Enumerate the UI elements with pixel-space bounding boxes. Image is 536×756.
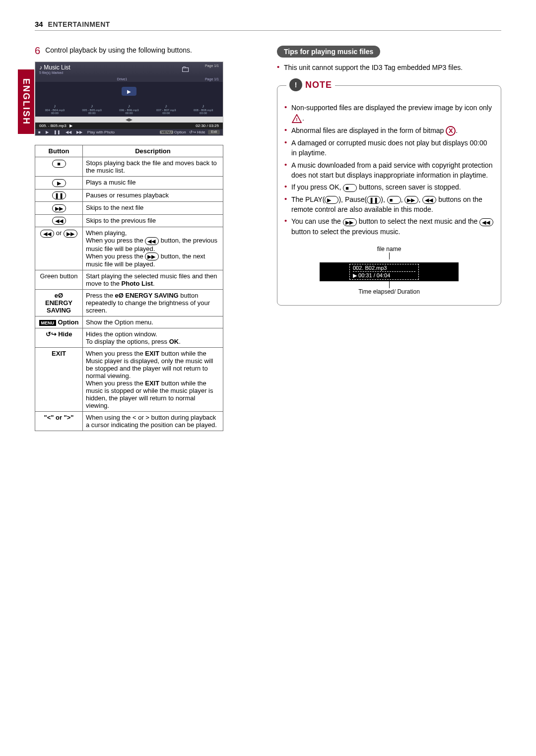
prev-button-icon: ◀◀ [422, 196, 436, 204]
table-row: ▶Plays a music file [35, 177, 223, 189]
note-item: A music downloaded from a paid service w… [284, 160, 494, 181]
pause-button-icon: ❚❚ [367, 196, 381, 204]
stop-button-icon: ■ [343, 184, 357, 192]
step-text: Control playback by using the following … [45, 46, 192, 56]
shot-subtitle: 5 file(s) Marked [39, 71, 70, 74]
prev-button-icon: ◀◀ [40, 230, 54, 238]
table-row: MENU Option Show the Option menu. [35, 316, 223, 328]
step-number: 6 [35, 46, 40, 56]
note-item: Abnormal files are displayed in the form… [284, 126, 494, 136]
now-playing-time: 02:30 / 03:25 [196, 124, 219, 128]
shot-page-right: Page 1/1 [205, 77, 219, 81]
tip-item: This unit cannot support the ID3 Tag emb… [277, 63, 501, 72]
music-player-screenshot: ♪ Music List 5 file(s) Marked 🗀 Page 1/1… [35, 62, 223, 136]
next-button-icon: ▶▶ [145, 252, 159, 260]
shot-page-top: Page 1/1 [205, 64, 219, 67]
diagram-filename: 002. B02.mp3 [353, 264, 415, 272]
next-button-icon: ▶▶ [343, 218, 357, 226]
note-box: ! NOTE Non-supported files are displayed… [277, 85, 501, 306]
info-icon: ! [289, 78, 302, 91]
note-title: NOTE [305, 80, 332, 90]
note-item: The PLAY(▶), Pause(❚❚), ■, ▶▶, ◀◀ button… [284, 194, 494, 215]
diagram-time: ▶ 00:31 / 04:04 [353, 272, 415, 279]
table-row: eØ ENERGY SAVING Press the eØ ENERGY SAV… [35, 290, 223, 316]
prev-button-icon: ◀◀ [479, 218, 493, 226]
note-item: If you press OK, ■ buttons, screen saver… [284, 182, 494, 192]
note-item: You can use the ▶▶ button to select the … [284, 216, 494, 237]
shot-drive: Drive1 [117, 77, 127, 81]
now-playing-track: 005. - B05.mp3 [39, 124, 67, 128]
play-with-photo-label: Play with Photo [87, 130, 115, 134]
arrow-buttons-label: "<" or ">" [35, 412, 83, 431]
menu-badge: MENU [160, 130, 173, 134]
next-button-icon: ▶▶ [64, 230, 77, 238]
play-button-icon: ▶ [52, 179, 66, 187]
stop-button-icon: ■ [52, 160, 66, 168]
table-row: ▶▶Skips to the next file [35, 202, 223, 215]
next-button-icon: ▶▶ [52, 204, 66, 212]
warning-triangle-icon: ! [291, 114, 302, 124]
left-right-icon: ◀▶ [35, 117, 223, 123]
table-row: ↺↪ Hide Hides the option window. To disp… [35, 328, 223, 348]
svg-text:!: ! [296, 117, 297, 122]
next-button-icon: ▶▶ [404, 196, 418, 204]
left-column: 6 Control playback by using the followin… [35, 46, 259, 431]
table-row: ◀◀Skips to the previous file [35, 214, 223, 227]
filename-diagram: file name 002. B02.mp3 ▶ 00:31 / 04:04 T… [284, 246, 494, 295]
button-description-table: Button Description ■Stops playing back t… [35, 145, 223, 431]
stop-button-icon: ■ [387, 196, 401, 204]
table-row: EXIT When you press the EXIT button whil… [35, 348, 223, 412]
th-button: Button [35, 145, 83, 157]
rewind-icon: ◀◀ [66, 130, 71, 134]
hide-icon: ↺↪ [46, 330, 57, 338]
section-title: ENTERTAINMENT [48, 20, 110, 28]
diagram-label-top: file name [377, 246, 402, 252]
exit-button-mock: Exit [208, 130, 220, 134]
right-column: Tips for playing music files This unit c… [277, 46, 501, 431]
green-button-label: Green button [35, 270, 83, 290]
energy-saving-icon: eØ [55, 292, 63, 299]
play-icon: ▶ [46, 130, 49, 134]
diagram-label-bottom: Time elapsed/ Duration [358, 288, 420, 295]
shot-title: Music List [44, 64, 70, 71]
table-row: "<" or ">" When using the < or > button … [35, 412, 223, 431]
table-row: ◀◀ or ▶▶ When playing, When you press th… [35, 227, 223, 270]
menu-badge: MENU [39, 320, 57, 326]
page-header: 34 ENTERTAINMENT [35, 20, 501, 31]
th-description: Description [83, 145, 223, 157]
page-number: 34 [35, 20, 43, 28]
table-row: ❚❚Pauses or resumes playback [35, 189, 223, 202]
stop-icon: ■ [38, 130, 41, 134]
forward-icon: ▶▶ [76, 130, 82, 134]
prev-button-icon: ◀◀ [145, 237, 159, 245]
table-row: Green button Start playing the selected … [35, 270, 223, 290]
play-button-icon: ▶ [325, 196, 338, 204]
note-item: A damaged or corrupted music does not pl… [284, 138, 494, 158]
x-circle-icon: X [446, 126, 456, 136]
folder-icon: 🗀 [181, 64, 190, 74]
play-icon: ▶ [122, 87, 136, 96]
tips-heading: Tips for playing music files [277, 46, 380, 58]
pause-button-icon: ❚❚ [52, 191, 66, 199]
step-6: 6 Control playback by using the followin… [35, 46, 259, 56]
pause-icon: ❚❚ [54, 130, 61, 134]
note-item: Non-supported files are displayed the pr… [284, 103, 494, 124]
language-tab: ENGLISH [18, 69, 34, 134]
table-row: ■Stops playing back the file and moves b… [35, 157, 223, 177]
exit-button-label: EXIT [35, 348, 83, 412]
prev-button-icon: ◀◀ [52, 217, 66, 225]
